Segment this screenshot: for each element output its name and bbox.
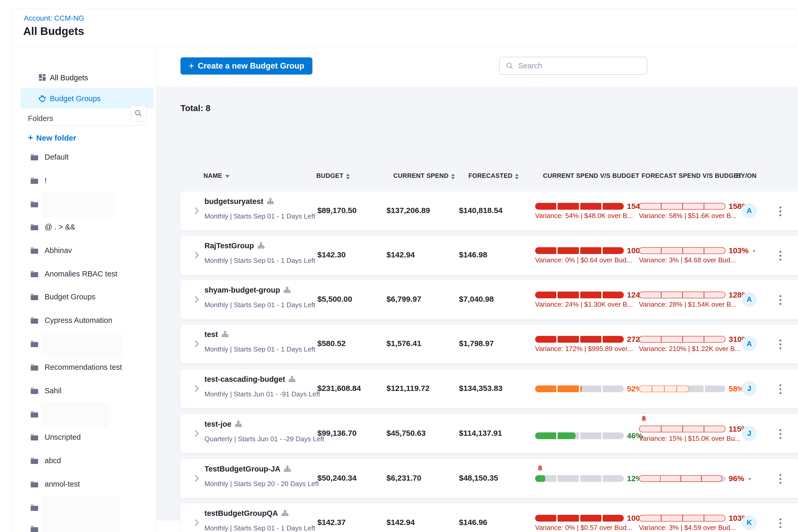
sort-icon[interactable] [515,174,519,179]
expand-chevron-icon[interactable] [192,429,201,438]
folder-name: Budget Groups [44,292,95,301]
sidebar: All Budgets Budget Groups Folders +New f… [12,47,156,532]
current-vs-budget-bar: 12% [535,474,643,483]
row-menu-button[interactable] [773,334,787,354]
folder-name: abcd [44,456,61,465]
column-header-name[interactable]: NAME [204,172,229,179]
expand-chevron-icon[interactable] [192,339,201,348]
sort-icon[interactable] [346,174,350,179]
expand-chevron-icon[interactable] [192,518,201,527]
sort-icon[interactable] [451,174,455,179]
row-menu-button[interactable] [773,513,787,532]
budget-group-name[interactable]: test-cascading-budget [205,375,285,383]
sort-desc-icon[interactable] [225,175,229,178]
current-vs-budget-bar: 272% [535,335,647,344]
budget-group-name[interactable]: budgetsuryatest [205,197,263,206]
budget-amount: $50,240.34 [317,474,357,482]
budget-group-name[interactable]: RajTestGroup [205,242,254,250]
row-menu-button[interactable] [773,290,787,310]
folder-item[interactable]: abcd [12,452,156,469]
folder-item[interactable]: Cypress Automation [12,312,156,328]
forecast-variance-text: Variance: 3% | $4.68 over Bud... [639,256,736,264]
folder-name: Recommendations test [44,363,122,372]
row-menu-button[interactable] [773,379,787,399]
current-spend-amount: $45,750.63 [386,429,425,438]
by-on-empty: - [753,246,755,255]
table-row: testBudgetGroupQA Monthly | Starts Sep 0… [180,503,798,532]
budget-group-name[interactable]: test [205,330,218,339]
folder-item[interactable] [12,499,156,516]
row-menu-button[interactable] [773,424,787,444]
table-row: TestBudgetGroup-JA Monthly | Starts Sep … [180,459,798,498]
current-spend-amount: $142.94 [386,250,415,259]
row-menu-button[interactable] [773,201,787,221]
expand-chevron-icon[interactable] [192,250,201,260]
folder-name: ! [44,176,47,185]
folder-icon [30,176,39,186]
folder-item[interactable] [12,520,156,532]
budget-group-name[interactable]: testBudgetGroupQA [205,509,278,517]
search-input[interactable] [518,58,644,73]
forecast-variance-text: Variance: 210% | $1.22K over B... [639,345,740,353]
avatar[interactable]: J [742,426,757,441]
expand-chevron-icon[interactable] [192,295,201,304]
budget-amount: $5,500.00 [317,295,352,304]
budget-group-name[interactable]: shyam-budget-group [205,286,280,294]
folder-item[interactable]: Budget Groups [12,288,156,305]
redacted-folder-name [41,332,122,357]
expand-chevron-icon[interactable] [192,384,201,393]
avatar[interactable]: A [742,336,757,351]
hierarchy-icon [281,510,289,518]
avatar[interactable]: A [742,292,757,307]
folder-icon [30,503,39,513]
row-menu-button[interactable] [773,246,787,265]
folder-item[interactable]: anmol-test [12,476,156,492]
folder-search-button[interactable] [130,106,146,121]
folder-item[interactable]: Unscripted [12,429,156,445]
column-header-forecasted[interactable]: FORECASTED [468,172,519,179]
folder-item[interactable]: Default [12,149,156,165]
row-menu-button[interactable] [773,469,787,489]
expand-chevron-icon[interactable] [192,474,201,483]
column-header-current-spend[interactable]: CURRENT SPEND [393,172,455,179]
sidebar-item-all-budgets[interactable]: All Budgets [21,67,154,88]
current-spend-amount: $1,576.41 [386,339,421,348]
folder-item[interactable]: Anomalies RBAC test [12,265,156,282]
hierarchy-icon [257,242,265,251]
current-spend-amount: $6,799.97 [386,295,421,304]
create-budget-group-button[interactable]: +Create a new Budget Group [180,57,312,75]
folder-item[interactable]: Abhinav [12,242,156,259]
table-row: test Monthly | Starts Sep 01 - 1 Days Le… [180,324,798,363]
folder-icon [30,362,39,373]
folder-item[interactable] [12,406,156,422]
new-folder-button[interactable]: +New folder [28,132,76,144]
avatar[interactable]: A [742,203,757,218]
folder-item[interactable]: Sahil [12,382,156,399]
folder-item[interactable]: @ . > && [12,218,156,235]
folder-item[interactable] [12,195,156,212]
folder-item[interactable]: Recommendations test [12,359,156,376]
folders-section-label: Folders [28,114,53,123]
expand-chevron-icon[interactable] [192,206,201,215]
table-row: budgetsuryatest Monthly | Starts Sep 01 … [180,191,798,230]
folder-icon [30,456,39,466]
folder-name: @ . > && [44,223,75,231]
budget-group-name[interactable]: TestBudgetGroup-JA [205,465,280,473]
column-header-by-on: BY/ON [736,172,757,179]
current-vs-budget-bar: 52% [535,384,643,393]
folder-item[interactable]: ! [12,172,156,189]
forecast-vs-budget-bar: 96%- [639,474,751,483]
plus-icon: + [189,60,194,71]
budget-amount: $142.37 [317,518,345,527]
column-header-budget[interactable]: BUDGET [316,172,350,179]
avatar[interactable]: J [742,381,757,396]
redacted-folder-name [41,517,119,532]
current-vs-budget-bar: 100% [535,514,647,522]
budget-schedule: Quarterly | Starts Jun 01 - -29 Days Lef… [205,435,324,443]
current-variance-text: Variance: 0% | $0.57 over Bud... [535,524,632,532]
avatar[interactable]: K [742,515,757,530]
account-breadcrumb-link[interactable]: Account: CCM-NG [24,14,84,22]
folder-item[interactable] [12,335,156,352]
budget-group-name[interactable]: test-joe [205,420,231,428]
current-vs-budget-bar: 154% [535,202,647,211]
